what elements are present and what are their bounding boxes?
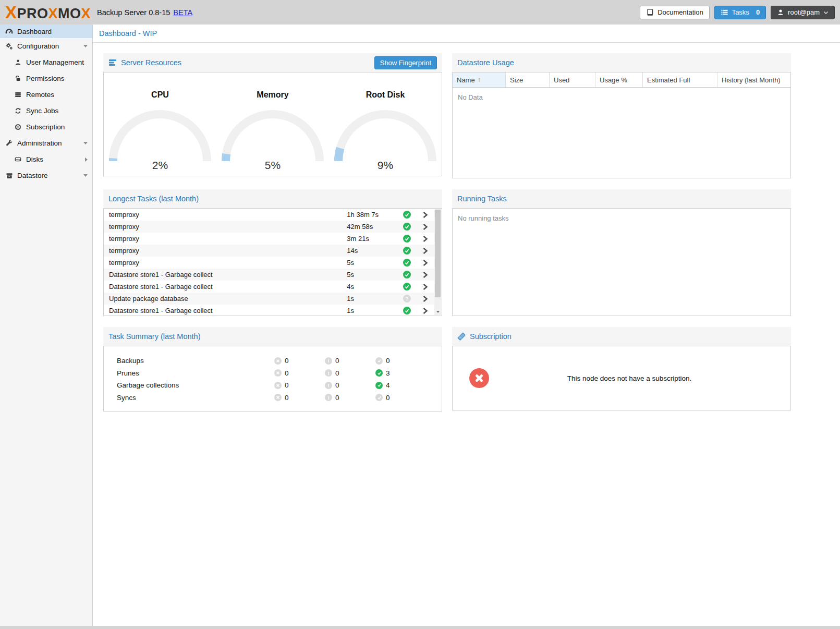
task-row[interactable]: termproxy 3m 21s <box>104 233 435 245</box>
chevron-down-icon[interactable] <box>83 174 88 177</box>
ok-count: 3 <box>386 369 390 377</box>
user-menu-button[interactable]: root@pam <box>771 6 835 19</box>
root-disk-gauge: Root Disk 9% <box>331 83 440 176</box>
show-fingerprint-button[interactable]: Show Fingerprint <box>374 56 437 69</box>
task-name: termproxy <box>109 211 347 219</box>
chevron-down-icon[interactable] <box>83 142 88 144</box>
gears-icon <box>5 42 14 50</box>
task-list-icon <box>721 8 728 16</box>
task-duration: 5s <box>347 271 398 279</box>
task-duration: 42m 58s <box>347 223 398 231</box>
chevron-right-icon[interactable] <box>415 247 435 255</box>
chevron-right-icon[interactable] <box>415 259 435 267</box>
tasks-button[interactable]: Tasks 0 <box>714 6 766 19</box>
chevron-right-icon[interactable] <box>415 295 435 303</box>
status-ok-icon <box>403 271 411 279</box>
cpu-gauge: CPU 2% <box>105 83 215 176</box>
summary-row-backups: Backups 0 !0 0 <box>104 355 442 367</box>
sidebar-item-permissions[interactable]: Permissions <box>0 70 92 87</box>
running-tasks-panel: Running Tasks No running tasks <box>452 189 791 316</box>
documentation-button[interactable]: Documentation <box>640 6 709 19</box>
task-name: termproxy <box>109 223 347 231</box>
chevron-down-icon[interactable] <box>83 45 88 47</box>
chevron-right-icon[interactable] <box>415 271 435 279</box>
column-header-history[interactable]: History (last Month) <box>717 72 790 87</box>
chevron-right-icon[interactable] <box>415 211 435 219</box>
sidebar-item-remotes[interactable]: Remotes <box>0 87 92 103</box>
logo-x-glyph: X <box>81 6 91 22</box>
scrollbar-thumb[interactable] <box>435 210 441 297</box>
ok-count-icon <box>375 357 383 365</box>
chevron-right-icon[interactable] <box>415 283 435 291</box>
column-header-used[interactable]: Used <box>550 72 595 87</box>
column-header-name[interactable]: Name ↑ <box>453 72 506 87</box>
error-count-icon <box>274 394 282 401</box>
sidebar-item-subscription[interactable]: Subscription <box>0 119 92 135</box>
task-name: termproxy <box>109 235 347 243</box>
error-count: 0 <box>285 369 289 377</box>
sidebar-item-dashboard[interactable]: Dashboard <box>0 25 92 38</box>
task-summary-panel: Task Summary (last Month) Backups 0 !0 0… <box>103 327 442 412</box>
column-header-estimated-full[interactable]: Estimated Full <box>643 72 717 87</box>
tasks-count-badge: 0 <box>756 8 760 16</box>
warning-count: 0 <box>335 394 339 402</box>
beta-link[interactable]: BETA <box>173 8 192 17</box>
warning-count-icon: ! <box>325 394 332 401</box>
column-label: Used <box>554 76 569 84</box>
column-header-size[interactable]: Size <box>506 72 550 87</box>
column-label: Usage % <box>600 76 627 84</box>
ok-count: 0 <box>386 357 390 365</box>
refresh-icon <box>14 107 22 114</box>
task-name: Datastore store1 - Garbage collect <box>109 271 347 279</box>
life-ring-icon <box>14 124 22 130</box>
sidebar-item-label: Administration <box>17 139 62 147</box>
sidebar-item-sync-jobs[interactable]: Sync Jobs <box>0 103 92 119</box>
empty-state-text: No Data <box>453 88 790 107</box>
server-resources-panel: Server Resources Show Fingerprint CPU 2% <box>103 53 442 176</box>
product-version-label: Backup Server 0.8-15 <box>97 8 170 17</box>
task-name: Datastore store1 - Garbage collect <box>109 283 347 291</box>
task-row[interactable]: Datastore store1 - Garbage collect 5s <box>104 269 435 281</box>
task-row[interactable]: Datastore store1 - Garbage collect 4s <box>104 281 435 293</box>
logo-x-glyph: X <box>48 6 58 22</box>
sidebar-item-label: Datastore <box>17 172 48 179</box>
task-row[interactable]: Datastore store1 - Garbage collect 1s <box>104 305 435 316</box>
chevron-right-icon[interactable] <box>85 158 88 162</box>
bottom-strip <box>0 626 840 629</box>
warning-count: 0 <box>335 369 339 377</box>
sidebar-item-datastore[interactable]: Datastore <box>0 167 92 184</box>
task-row[interactable]: termproxy 1h 38m 7s <box>104 209 435 221</box>
task-row[interactable]: termproxy 42m 58s <box>104 221 435 233</box>
error-count-icon <box>274 357 282 365</box>
chevron-right-icon[interactable] <box>415 223 435 231</box>
gauge-value: 2% <box>105 159 215 172</box>
task-name: termproxy <box>109 247 347 255</box>
warning-count: 0 <box>335 357 339 365</box>
summary-label: Garbage collections <box>104 381 274 389</box>
sidebar-item-disks[interactable]: Disks <box>0 151 92 167</box>
logo-text: PRO <box>17 6 48 22</box>
chevron-right-icon[interactable] <box>415 307 435 314</box>
status-ok-icon <box>403 283 411 291</box>
server-list-icon <box>14 91 22 98</box>
task-row[interactable]: termproxy 5s <box>104 257 435 269</box>
ticket-icon <box>457 332 466 341</box>
task-row[interactable]: Update package database 1s ? <box>104 293 435 305</box>
column-header-usage-pct[interactable]: Usage % <box>595 72 643 87</box>
scrollbar[interactable] <box>434 209 441 315</box>
summary-row-syncs: Syncs 0 !0 0 <box>104 392 442 404</box>
scroll-down-button[interactable] <box>434 308 441 315</box>
logo-text: MO <box>58 6 81 22</box>
ok-count-icon <box>375 369 383 377</box>
sidebar-item-configuration[interactable]: Configuration <box>0 38 92 54</box>
sidebar-item-label: Sync Jobs <box>26 107 58 115</box>
no-subscription-icon <box>469 368 489 388</box>
sidebar-item-label: Subscription <box>26 123 65 131</box>
column-label: Name <box>457 76 475 84</box>
chevron-right-icon[interactable] <box>415 235 435 243</box>
sidebar-item-user-management[interactable]: User Management <box>0 54 92 70</box>
task-row[interactable]: termproxy 14s <box>104 245 435 257</box>
task-duration: 5s <box>347 259 398 267</box>
gauge-value: 5% <box>218 159 327 172</box>
sidebar-item-administration[interactable]: Administration <box>0 135 92 151</box>
